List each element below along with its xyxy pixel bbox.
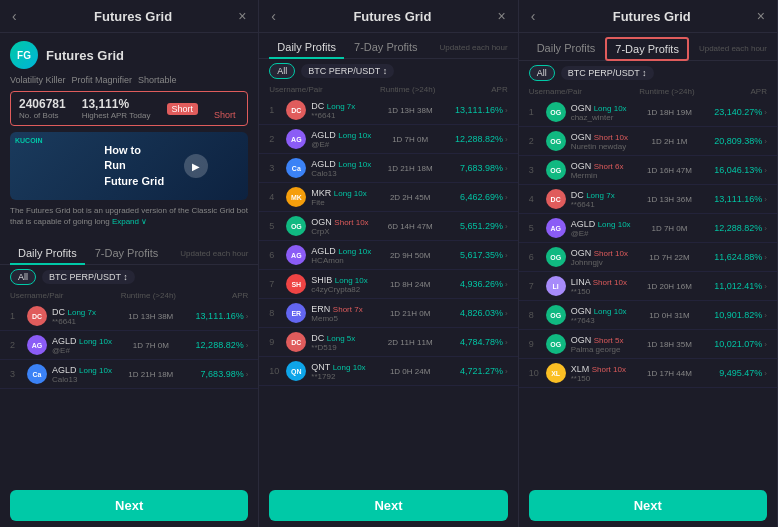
tab-daily-profits-2[interactable]: Daily Profits	[269, 37, 344, 59]
panel-3-title: Futures Grid	[547, 9, 757, 24]
filter-all[interactable]: All	[10, 269, 36, 285]
back-arrow-icon[interactable]: ‹	[271, 8, 287, 24]
user-info: OGN Short 6x Mermin	[571, 161, 637, 180]
filter-pair-3[interactable]: BTC PERP/USDT ↕	[561, 66, 654, 80]
table-row[interactable]: 2 AG AGLD Long 10x @E# 1D 7H 0M 12,288.8…	[259, 125, 517, 154]
apr-value[interactable]: 13,111.16% ›	[443, 105, 508, 115]
table-row[interactable]: 5 AG AGLD Long 10x @E# 1D 7H 0M 12,288.8…	[519, 214, 777, 243]
apr-value[interactable]: 13,111.16% ›	[702, 194, 767, 204]
table-row[interactable]: 1 DC DC Long 7x **6641 1D 13H 38M 13,111…	[259, 96, 517, 125]
table-row[interactable]: 1 OG OGN Long 10x chaz_winter 1D 18H 19M…	[519, 98, 777, 127]
apr-arrow-icon: ›	[764, 282, 767, 291]
table-row[interactable]: 10 XL XLM Short 10x **150 1D 17H 44M 9,4…	[519, 359, 777, 388]
table-row[interactable]: 3 OG OGN Short 6x Mermin 1D 16H 47M 16,0…	[519, 156, 777, 185]
table-row[interactable]: 9 DC DC Long 5x **D519 2D 11H 11M 4,784.…	[259, 328, 517, 357]
kucoin-logo: KUCOIN	[15, 137, 43, 144]
expand-link[interactable]: Expand ∨	[112, 217, 147, 226]
runtime: 1D 7H 0M	[378, 135, 443, 144]
table-row[interactable]: 5 OG OGN Short 10x CrpX 6D 14H 47M 5,651…	[259, 212, 517, 241]
row-number: 4	[529, 194, 541, 204]
apr-value[interactable]: 10,021.07% ›	[702, 339, 767, 349]
close-icon[interactable]: ×	[757, 8, 765, 24]
row-number: 6	[529, 252, 541, 262]
back-arrow-icon[interactable]: ‹	[12, 8, 28, 24]
table-row[interactable]: 1 DC DC Long 7x **6641 1D 13H 38M 13,111…	[0, 302, 258, 331]
apr-value[interactable]: 5,617.35% ›	[443, 250, 508, 260]
apr-value[interactable]: 4,936.26% ›	[443, 279, 508, 289]
stat-bots-value: 2406781	[19, 97, 66, 111]
table-body: 1 DC DC Long 7x **6641 1D 13H 38M 13,111…	[0, 302, 258, 484]
brand-row: FG Futures Grid	[10, 41, 248, 69]
tab-daily-profits[interactable]: Daily Profits	[10, 243, 85, 265]
table-row[interactable]: 7 SH SHIB Long 10x c4zyCrypta82 1D 8H 24…	[259, 270, 517, 299]
close-icon[interactable]: ×	[497, 8, 505, 24]
apr-value[interactable]: 6,462.69% ›	[443, 192, 508, 202]
table-row[interactable]: 7 LI LINA Short 10x **150 1D 20H 16M 11,…	[519, 272, 777, 301]
panel-2-header: ‹ Futures Grid ×	[259, 0, 517, 33]
apr-value[interactable]: 4,721.27% ›	[443, 366, 508, 376]
filter-pair-2[interactable]: BTC PERP/USDT ↕	[301, 64, 394, 78]
table-row[interactable]: 10 QN QNT Long 10x **1792 1D 0H 24M 4,72…	[259, 357, 517, 386]
filter-all-3[interactable]: All	[529, 65, 555, 81]
apr-value[interactable]: 9,495.47% ›	[702, 368, 767, 378]
avatar: QN	[286, 361, 306, 381]
runtime: 1D 21H 0M	[378, 309, 443, 318]
apr-value[interactable]: 16,046.13% ›	[702, 165, 767, 175]
apr-value[interactable]: 12,288.82% ›	[443, 134, 508, 144]
apr-value[interactable]: 5,651.29% ›	[443, 221, 508, 231]
avatar: DC	[27, 306, 47, 326]
apr-value[interactable]: 4,826.03% ›	[443, 308, 508, 318]
apr-arrow-icon: ›	[764, 340, 767, 349]
next-button-3[interactable]: Next	[529, 490, 767, 521]
user-sub: **6641	[311, 111, 377, 120]
row-number: 8	[529, 310, 541, 320]
col-runtime: Runtime (>24h)	[113, 291, 183, 300]
table-row[interactable]: 3 Ca AGLD Long 10x Calo13 1D 21H 18M 7,6…	[259, 154, 517, 183]
user-sub: c4zyCrypta82	[311, 285, 377, 294]
filter-pair[interactable]: BTC PERP/USDT ↕	[42, 270, 135, 284]
play-button[interactable]: ▶	[184, 154, 208, 178]
table-row[interactable]: 4 DC DC Long 7x **6641 1D 13H 36M 13,111…	[519, 185, 777, 214]
apr-value[interactable]: 11,012.41% ›	[702, 281, 767, 291]
apr-value[interactable]: 7,683.98% ›	[183, 369, 248, 379]
apr-value[interactable]: 10,901.82% ›	[702, 310, 767, 320]
filter-row-3: All BTC PERP/USDT ↕	[519, 61, 777, 85]
col-headers: Username/Pair Runtime (>24h) APR	[0, 289, 258, 302]
avatar: DC	[546, 189, 566, 209]
avatar: OG	[546, 334, 566, 354]
tab-7day-profits-3[interactable]: 7-Day Profits	[605, 37, 689, 61]
apr-value[interactable]: 12,288.82% ›	[702, 223, 767, 233]
stat-apr-label: Highest APR Today	[82, 111, 151, 120]
tab-daily-profits-3[interactable]: Daily Profits	[529, 38, 604, 60]
user-sub: CrpX	[311, 227, 377, 236]
table-row[interactable]: 6 OG OGN Short 10x Johnngjv 1D 7H 22M 11…	[519, 243, 777, 272]
apr-value[interactable]: 12,288.82% ›	[183, 340, 248, 350]
video-thumbnail[interactable]: KUCOIN How to Run Future Grid ▶	[10, 132, 248, 200]
table-row[interactable]: 2 OG OGN Short 10x Nuretin newday 1D 2H …	[519, 127, 777, 156]
table-row[interactable]: 9 OG OGN Short 5x Palma george 1D 18H 35…	[519, 330, 777, 359]
table-row[interactable]: 3 Ca AGLD Long 10x Calo13 1D 21H 18M 7,6…	[0, 360, 258, 389]
apr-value[interactable]: 11,624.88% ›	[702, 252, 767, 262]
user-name: AGLD Long 10x	[311, 159, 377, 169]
back-arrow-icon[interactable]: ‹	[531, 8, 547, 24]
short-text: Short	[214, 110, 236, 120]
runtime: 1D 0H 24M	[378, 367, 443, 376]
apr-value[interactable]: 20,809.38% ›	[702, 136, 767, 146]
table-row[interactable]: 2 AG AGLD Long 10x @E# 1D 7H 0M 12,288.8…	[0, 331, 258, 360]
next-button-2[interactable]: Next	[269, 490, 507, 521]
apr-value[interactable]: 13,111.16% ›	[183, 311, 248, 321]
table-row[interactable]: 4 MK MKR Long 10x Fite 2D 2H 45M 6,462.6…	[259, 183, 517, 212]
next-button[interactable]: Next	[10, 490, 248, 521]
apr-value[interactable]: 23,140.27% ›	[702, 107, 767, 117]
close-icon[interactable]: ×	[238, 8, 246, 24]
table-row[interactable]: 8 ER ERN Short 7x Memo5 1D 21H 0M 4,826.…	[259, 299, 517, 328]
user-sub: HCAmon	[311, 256, 377, 265]
filter-all-2[interactable]: All	[269, 63, 295, 79]
user-sub: **150	[571, 287, 637, 296]
apr-value[interactable]: 4,784.78% ›	[443, 337, 508, 347]
table-row[interactable]: 6 AG AGLD Long 10x HCAmon 2D 9H 50M 5,61…	[259, 241, 517, 270]
apr-value[interactable]: 7,683.98% ›	[443, 163, 508, 173]
tab-7day-profits[interactable]: 7-Day Profits	[87, 243, 167, 265]
table-row[interactable]: 8 OG OGN Long 10x **7643 1D 0H 31M 10,90…	[519, 301, 777, 330]
tab-7day-profits-2[interactable]: 7-Day Profits	[346, 37, 426, 59]
